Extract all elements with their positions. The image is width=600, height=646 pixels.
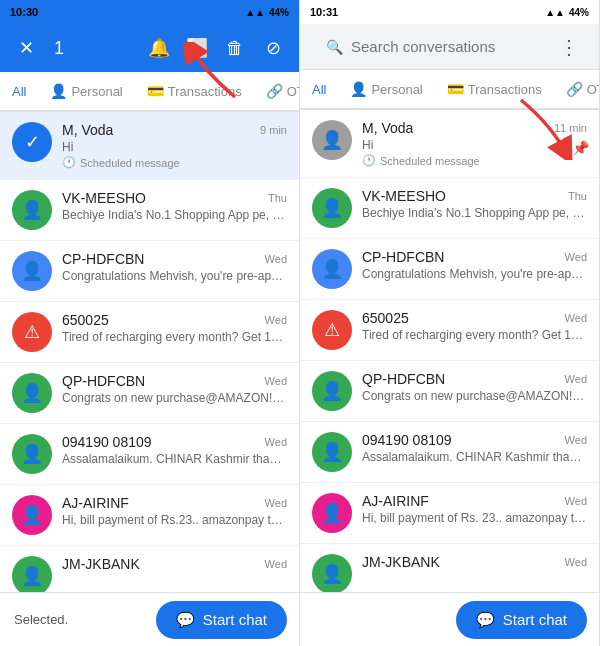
scheduled-row-mvoda-right: 🕐 Scheduled message [362, 154, 587, 167]
conv-name-094190-left: 094190 08109 [62, 434, 152, 450]
conv-content-hdfcbn-right: CP-HDFCBN Wed Congratulations Mehvish, y… [362, 249, 587, 281]
conv-time-094190-left: Wed [265, 436, 287, 448]
archive-icon-button[interactable]: ⬜ [179, 30, 215, 66]
conv-name-airinf-right: AJ-AIRINF [362, 493, 429, 509]
conv-content-hdfcbn-left: CP-HDFCBN Wed Congratulations Mehvish, y… [62, 251, 287, 283]
avatar-qp-hdfcbn-right: 👤 [312, 371, 352, 411]
conv-item-650025-left[interactable]: ⚠ 650025 Wed Tired of recharging every m… [0, 302, 299, 363]
conv-item-airinf-right[interactable]: 👤 AJ-AIRINF Wed Hi, bill payment of Rs. … [300, 483, 599, 544]
block-icon-button[interactable]: ⊘ [255, 30, 291, 66]
left-panel: 10:30 ▲▲ 44% ✕ 1 🔔 ⬜ 🗑 ⊘ All [0, 0, 300, 646]
conv-preview-meesho-right: Bechiye India's No.1 Shopping App pe, on… [362, 206, 587, 220]
conv-content-jkbank-left: JM-JKBANK Wed [62, 556, 287, 574]
avatar-hdfcbn-right: 👤 [312, 249, 352, 289]
search-icon: 🔍 [326, 39, 343, 55]
right-start-chat-button[interactable]: 💬 Start chat [456, 601, 587, 639]
conv-content-650025-left: 650025 Wed Tired of recharging every mon… [62, 312, 287, 344]
personal-icon-right: 👤 [350, 81, 367, 97]
conv-header-mvoda-left: M, Voda 9 min [62, 122, 287, 138]
bell-icon-button[interactable]: 🔔 [141, 30, 177, 66]
conv-time-airinf-left: Wed [265, 497, 287, 509]
avatar-jkbank-left: 👤 [12, 556, 52, 592]
conv-header-mvoda-right: M, Voda 11 min [362, 120, 587, 136]
avatar-jkbank-right: 👤 [312, 554, 352, 592]
conv-item-mvoda-right[interactable]: 👤 M, Voda 11 min Hi 🕐 Scheduled message … [300, 110, 599, 178]
conv-name-meesho-left: VK-MEESHO [62, 190, 146, 206]
selection-count: 1 [50, 38, 135, 59]
conv-time-jkbank-left: Wed [265, 558, 287, 570]
scheduled-label-left: Scheduled message [80, 157, 180, 169]
avatar-650025-right: ⚠ [312, 310, 352, 350]
left-status-bar: 10:30 ▲▲ 44% [0, 0, 299, 24]
tab-all-right[interactable]: All [300, 70, 338, 110]
left-time: 10:30 [10, 6, 38, 18]
conv-name-650025-left: 650025 [62, 312, 109, 328]
tab-otf-left[interactable]: 🔗 OTF [254, 72, 299, 112]
conv-header-650025-left: 650025 Wed [62, 312, 287, 328]
conv-name-094190-right: 094190 08109 [362, 432, 452, 448]
tab-all-left[interactable]: All [0, 72, 38, 112]
conv-preview-airinf-right: Hi, bill payment of Rs. 23.. amazonpay t… [362, 511, 587, 525]
conv-name-hdfcbn-left: CP-HDFCBN [62, 251, 144, 267]
conv-preview-094190-right: Assalamalaikum. CHINAR Kashmir thanks yo… [362, 450, 587, 464]
conv-header-airinf-left: AJ-AIRINF Wed [62, 495, 287, 511]
conv-name-hdfcbn-right: CP-HDFCBN [362, 249, 444, 265]
conv-name-qp-hdfcbn-right: QP-HDFCBN [362, 371, 445, 387]
conv-time-094190-right: Wed [565, 434, 587, 446]
conv-item-airinf-left[interactable]: 👤 AJ-AIRINF Wed Hi, bill payment of Rs.2… [0, 485, 299, 546]
conv-item-jkbank-left[interactable]: 👤 JM-JKBANK Wed [0, 546, 299, 592]
conv-header-094190-right: 094190 08109 Wed [362, 432, 587, 448]
tab-personal-right[interactable]: 👤 Personal [338, 70, 434, 110]
conv-item-094190-right[interactable]: 👤 094190 08109 Wed Assalamalaikum. CHINA… [300, 422, 599, 483]
avatar-meesho-right: 👤 [312, 188, 352, 228]
conv-content-meesho-right: VK-MEESHO Thu Bechiye India's No.1 Shopp… [362, 188, 587, 220]
tab-personal-left[interactable]: 👤 Personal [38, 72, 134, 112]
conv-content-094190-left: 094190 08109 Wed Assalamalaikum. CHINAR … [62, 434, 287, 466]
search-input[interactable] [351, 38, 529, 55]
avatar-airinf-left: 👤 [12, 495, 52, 535]
scheduled-label-right: Scheduled message [380, 155, 480, 167]
conv-name-mvoda-left: M, Voda [62, 122, 113, 138]
conv-item-650025-right[interactable]: ⚠ 650025 Wed Tired of recharging every m… [300, 300, 599, 361]
right-time: 10:31 [310, 6, 338, 18]
right-bottom-bar: 💬 Start chat [300, 592, 599, 646]
conv-item-qp-hdfcbn-right[interactable]: 👤 QP-HDFCBN Wed Congrats on new purchase… [300, 361, 599, 422]
conv-preview-qp-hdfcbn-right: Congrats on new purchase@AMAZON! Smart T… [362, 389, 587, 403]
avatar-airinf-right: 👤 [312, 493, 352, 533]
start-chat-button[interactable]: 💬 Start chat [156, 601, 287, 639]
conv-time-mvoda-right: 11 min [554, 122, 587, 134]
left-status-icons: ▲▲ 44% [245, 7, 289, 18]
conv-header-meesho-left: VK-MEESHO Thu [62, 190, 287, 206]
conv-preview-meesho-left: Bechiye India's No.1 Shopping App pe, on… [62, 208, 287, 222]
conv-item-meesho-right[interactable]: 👤 VK-MEESHO Thu Bechiye India's No.1 Sho… [300, 178, 599, 239]
conv-item-hdfcbn-left[interactable]: 👤 CP-HDFCBN Wed Congratulations Mehvish,… [0, 241, 299, 302]
delete-icon-button[interactable]: 🗑 [217, 30, 253, 66]
conv-header-airinf-right: AJ-AIRINF Wed [362, 493, 587, 509]
tab-transactions-left[interactable]: 💳 Transactions [135, 72, 254, 112]
otf-icon-left: 🔗 [266, 83, 283, 99]
tab-otf-right[interactable]: 🔗 OTF [554, 70, 599, 110]
right-conversation-list: 👤 M, Voda 11 min Hi 🕐 Scheduled message … [300, 110, 599, 592]
conv-item-meesho-left[interactable]: 👤 VK-MEESHO Thu Bechiye India's No.1 Sho… [0, 180, 299, 241]
conv-time-mvoda-left: 9 min [260, 124, 287, 136]
conv-name-jkbank-left: JM-JKBANK [62, 556, 140, 572]
conv-item-qp-hdfcbn-left[interactable]: 👤 QP-HDFCBN Wed Congrats on new purchase… [0, 363, 299, 424]
more-options-button[interactable]: ⋮ [551, 29, 587, 65]
tab-transactions-right[interactable]: 💳 Transactions [435, 70, 554, 110]
conv-time-meesho-left: Thu [268, 192, 287, 204]
conv-name-jkbank-right: JM-JKBANK [362, 554, 440, 570]
conv-time-qp-hdfcbn-left: Wed [265, 375, 287, 387]
clock-icon-right: 🕐 [362, 154, 376, 167]
avatar-650025-left: ⚠ [12, 312, 52, 352]
chat-icon: 💬 [176, 611, 195, 629]
conv-item-mvoda-left[interactable]: ✓ M, Voda 9 min Hi 🕐 Scheduled message [0, 112, 299, 180]
conv-header-hdfcbn-left: CP-HDFCBN Wed [62, 251, 287, 267]
conv-time-650025-right: Wed [565, 312, 587, 324]
search-input-wrap[interactable]: 🔍 [312, 30, 543, 63]
conv-content-qp-hdfcbn-right: QP-HDFCBN Wed Congrats on new purchase@A… [362, 371, 587, 403]
conv-item-jkbank-right[interactable]: 👤 JM-JKBANK Wed [300, 544, 599, 592]
conv-item-094190-left[interactable]: 👤 094190 08109 Wed Assalamalaikum. CHINA… [0, 424, 299, 485]
conv-preview-qp-hdfcbn-left: Congrats on new purchase@AMAZON! Smart T… [62, 391, 287, 405]
close-selection-button[interactable]: ✕ [8, 30, 44, 66]
conv-item-hdfcbn-right[interactable]: 👤 CP-HDFCBN Wed Congratulations Mehvish,… [300, 239, 599, 300]
